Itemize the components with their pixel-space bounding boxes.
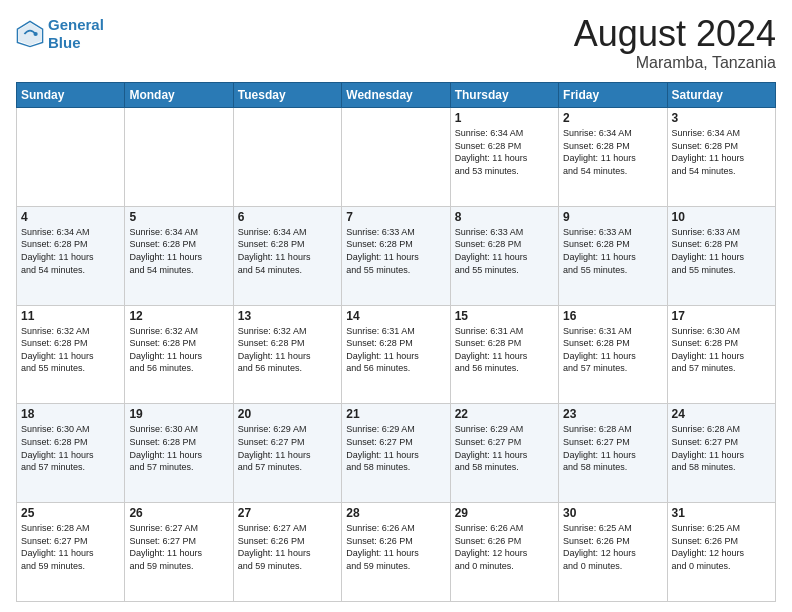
table-row: 12Sunrise: 6:32 AMSunset: 6:28 PMDayligh… [125,305,233,404]
table-row: 9Sunrise: 6:33 AMSunset: 6:28 PMDaylight… [559,206,667,305]
table-row: 2Sunrise: 6:34 AMSunset: 6:28 PMDaylight… [559,108,667,207]
calendar-week-row: 18Sunrise: 6:30 AMSunset: 6:28 PMDayligh… [17,404,776,503]
table-row: 27Sunrise: 6:27 AMSunset: 6:26 PMDayligh… [233,503,341,602]
title-block: August 2024 Maramba, Tanzania [574,16,776,72]
day-content: Sunrise: 6:33 AMSunset: 6:28 PMDaylight:… [455,226,554,276]
table-row: 1Sunrise: 6:34 AMSunset: 6:28 PMDaylight… [450,108,558,207]
logo-text: General Blue [48,16,104,52]
day-number: 15 [455,309,554,323]
table-row: 23Sunrise: 6:28 AMSunset: 6:27 PMDayligh… [559,404,667,503]
day-number: 16 [563,309,662,323]
col-monday: Monday [125,83,233,108]
day-content: Sunrise: 6:29 AMSunset: 6:27 PMDaylight:… [238,423,337,473]
table-row [125,108,233,207]
table-row: 24Sunrise: 6:28 AMSunset: 6:27 PMDayligh… [667,404,775,503]
day-number: 27 [238,506,337,520]
day-number: 29 [455,506,554,520]
day-content: Sunrise: 6:29 AMSunset: 6:27 PMDaylight:… [346,423,445,473]
day-number: 12 [129,309,228,323]
day-content: Sunrise: 6:34 AMSunset: 6:28 PMDaylight:… [129,226,228,276]
table-row: 14Sunrise: 6:31 AMSunset: 6:28 PMDayligh… [342,305,450,404]
table-row: 17Sunrise: 6:30 AMSunset: 6:28 PMDayligh… [667,305,775,404]
day-number: 6 [238,210,337,224]
table-row: 21Sunrise: 6:29 AMSunset: 6:27 PMDayligh… [342,404,450,503]
table-row: 30Sunrise: 6:25 AMSunset: 6:26 PMDayligh… [559,503,667,602]
day-number: 19 [129,407,228,421]
day-number: 10 [672,210,771,224]
day-number: 2 [563,111,662,125]
day-content: Sunrise: 6:29 AMSunset: 6:27 PMDaylight:… [455,423,554,473]
day-content: Sunrise: 6:28 AMSunset: 6:27 PMDaylight:… [21,522,120,572]
table-row: 8Sunrise: 6:33 AMSunset: 6:28 PMDaylight… [450,206,558,305]
logo: General Blue [16,16,104,52]
table-row: 26Sunrise: 6:27 AMSunset: 6:27 PMDayligh… [125,503,233,602]
logo-blue: Blue [48,34,81,51]
page: General Blue August 2024 Maramba, Tanzan… [0,0,792,612]
day-content: Sunrise: 6:34 AMSunset: 6:28 PMDaylight:… [563,127,662,177]
day-number: 25 [21,506,120,520]
day-number: 8 [455,210,554,224]
day-content: Sunrise: 6:28 AMSunset: 6:27 PMDaylight:… [563,423,662,473]
table-row: 22Sunrise: 6:29 AMSunset: 6:27 PMDayligh… [450,404,558,503]
day-number: 21 [346,407,445,421]
day-number: 13 [238,309,337,323]
svg-point-2 [34,32,38,36]
table-row: 6Sunrise: 6:34 AMSunset: 6:28 PMDaylight… [233,206,341,305]
day-number: 4 [21,210,120,224]
day-number: 18 [21,407,120,421]
day-number: 26 [129,506,228,520]
day-content: Sunrise: 6:27 AMSunset: 6:26 PMDaylight:… [238,522,337,572]
day-number: 14 [346,309,445,323]
table-row: 31Sunrise: 6:25 AMSunset: 6:26 PMDayligh… [667,503,775,602]
table-row [17,108,125,207]
day-number: 30 [563,506,662,520]
day-content: Sunrise: 6:34 AMSunset: 6:28 PMDaylight:… [455,127,554,177]
col-sunday: Sunday [17,83,125,108]
month-title: August 2024 [574,16,776,52]
calendar-header-row: Sunday Monday Tuesday Wednesday Thursday… [17,83,776,108]
day-number: 9 [563,210,662,224]
day-number: 23 [563,407,662,421]
day-content: Sunrise: 6:33 AMSunset: 6:28 PMDaylight:… [672,226,771,276]
table-row: 13Sunrise: 6:32 AMSunset: 6:28 PMDayligh… [233,305,341,404]
table-row: 10Sunrise: 6:33 AMSunset: 6:28 PMDayligh… [667,206,775,305]
col-saturday: Saturday [667,83,775,108]
day-content: Sunrise: 6:28 AMSunset: 6:27 PMDaylight:… [672,423,771,473]
col-tuesday: Tuesday [233,83,341,108]
table-row: 16Sunrise: 6:31 AMSunset: 6:28 PMDayligh… [559,305,667,404]
table-row: 19Sunrise: 6:30 AMSunset: 6:28 PMDayligh… [125,404,233,503]
day-content: Sunrise: 6:31 AMSunset: 6:28 PMDaylight:… [563,325,662,375]
table-row: 3Sunrise: 6:34 AMSunset: 6:28 PMDaylight… [667,108,775,207]
logo-icon [16,20,44,48]
day-number: 3 [672,111,771,125]
col-thursday: Thursday [450,83,558,108]
calendar-week-row: 25Sunrise: 6:28 AMSunset: 6:27 PMDayligh… [17,503,776,602]
table-row [342,108,450,207]
day-content: Sunrise: 6:26 AMSunset: 6:26 PMDaylight:… [346,522,445,572]
col-friday: Friday [559,83,667,108]
calendar-week-row: 4Sunrise: 6:34 AMSunset: 6:28 PMDaylight… [17,206,776,305]
day-content: Sunrise: 6:26 AMSunset: 6:26 PMDaylight:… [455,522,554,572]
day-content: Sunrise: 6:30 AMSunset: 6:28 PMDaylight:… [672,325,771,375]
day-number: 7 [346,210,445,224]
table-row: 4Sunrise: 6:34 AMSunset: 6:28 PMDaylight… [17,206,125,305]
day-number: 28 [346,506,445,520]
day-content: Sunrise: 6:32 AMSunset: 6:28 PMDaylight:… [129,325,228,375]
table-row: 15Sunrise: 6:31 AMSunset: 6:28 PMDayligh… [450,305,558,404]
day-content: Sunrise: 6:32 AMSunset: 6:28 PMDaylight:… [21,325,120,375]
table-row: 29Sunrise: 6:26 AMSunset: 6:26 PMDayligh… [450,503,558,602]
table-row: 5Sunrise: 6:34 AMSunset: 6:28 PMDaylight… [125,206,233,305]
table-row: 20Sunrise: 6:29 AMSunset: 6:27 PMDayligh… [233,404,341,503]
table-row: 11Sunrise: 6:32 AMSunset: 6:28 PMDayligh… [17,305,125,404]
calendar-table: Sunday Monday Tuesday Wednesday Thursday… [16,82,776,602]
day-content: Sunrise: 6:30 AMSunset: 6:28 PMDaylight:… [21,423,120,473]
location-title: Maramba, Tanzania [574,54,776,72]
day-number: 5 [129,210,228,224]
day-content: Sunrise: 6:30 AMSunset: 6:28 PMDaylight:… [129,423,228,473]
day-content: Sunrise: 6:25 AMSunset: 6:26 PMDaylight:… [563,522,662,572]
calendar-week-row: 1Sunrise: 6:34 AMSunset: 6:28 PMDaylight… [17,108,776,207]
logo-general: General [48,16,104,33]
day-content: Sunrise: 6:33 AMSunset: 6:28 PMDaylight:… [563,226,662,276]
day-number: 31 [672,506,771,520]
day-number: 24 [672,407,771,421]
